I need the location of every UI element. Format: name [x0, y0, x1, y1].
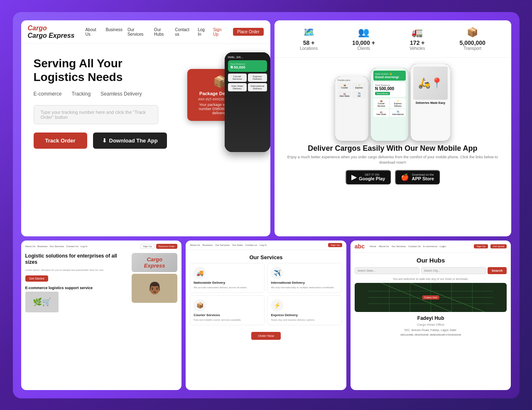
bm-signup-btn[interactable]: Sign Up [328, 243, 342, 247]
nav-about[interactable]: About Us [85, 27, 101, 37]
service-international: ✈️ International Delivery We ship intern… [267, 263, 342, 293]
hubs-search-btn[interactable]: Search [488, 267, 507, 274]
hub-address: 52C, Ikorodu Road, Fadeyi, Lagos State. [351, 328, 511, 333]
phone-main-balance: Total Balance N 500,000 Send Money [373, 82, 406, 97]
nav-hubs[interactable]: Our Hubs [154, 27, 170, 37]
hubs-city-select[interactable]: Select City... [421, 267, 486, 274]
ent-headline: Logistic solutions for enterprises of al… [25, 253, 128, 266]
tr-phone-mockups: Flexible plans 📦Courier ⚡Express 🚛Inter-… [275, 58, 511, 141]
phone-main-screen: Hello Esther 👋 Good morning! Total Balan… [371, 68, 408, 141]
bottom-right-panel: abc Home About Us Our Services Contact U… [351, 241, 511, 390]
bm-nav-contact[interactable]: Contact us [245, 244, 257, 246]
screens-grid: CargoCargo Express About Us Business Our… [21, 20, 511, 390]
stat-clients-label: Clients [352, 46, 375, 51]
phone-express[interactable]: Express Delivery [248, 74, 267, 82]
ent-image-right: CargoExpress 👨🏾 [132, 253, 177, 312]
main-express: ⚡Express Delivery [390, 98, 406, 108]
bm-nav-business[interactable]: Business [203, 244, 213, 246]
tl-hero: Serving All Your Logistics Needs E-comme… [21, 44, 270, 149]
international-icon: ✈️ [271, 267, 283, 279]
tl-search-input[interactable]: Type your tracking number here and click… [34, 105, 158, 124]
nav-business[interactable]: Business [105, 27, 123, 37]
tl-nav-links: About Us Business Our Services Our Hubs … [85, 27, 226, 37]
abc-nav-about[interactable]: About Us [379, 245, 389, 248]
abc-nav-links: Home About Us Our Services Contact Us E-… [370, 245, 446, 248]
enterprise-panel: About Us Business Our Services Contact U… [21, 241, 182, 316]
stat-transport-label: Transport [460, 46, 485, 51]
nav-login[interactable]: Log In [198, 27, 208, 37]
bm-nav-login[interactable]: Log In [260, 244, 267, 246]
abc-nav-home[interactable]: Home [370, 245, 376, 248]
main-courier: 📦Courier Services [373, 98, 389, 108]
stat-locations: 🗺️ 58 + Locations [300, 27, 318, 51]
ent-nav-login[interactable]: Log In [81, 245, 88, 248]
bm-nav-hubs[interactable]: Our Hubs [232, 244, 243, 246]
courier-desc: Fast and reliable courier services avail… [194, 318, 261, 322]
download-app-btn[interactable]: ⬇ Download The App [93, 133, 167, 149]
ent-desc: Lorem ipsum, discipitur for you to sampl… [25, 268, 128, 272]
delivery-label: Deliveries Made Easy [413, 101, 448, 104]
store-buttons: ▶ GET IT ON Google Play 🍎 Download on th… [275, 170, 511, 189]
express-icon: ⚡ [271, 299, 283, 312]
top-right-panel: 🗺️ 58 + Locations 👥 10,000 + Clients 🚛 1… [275, 20, 511, 236]
ent-reserve-btn[interactable]: Reserve Order [156, 244, 177, 249]
place-order-btn[interactable]: Place Order [233, 28, 263, 36]
bm-nav-about[interactable]: About Us [190, 244, 200, 246]
nationwide-desc: We provide nationwide delivery across al… [194, 286, 261, 289]
abc-nav-ecommerce[interactable]: E-commerce [423, 245, 437, 248]
phone-delivery-screen: 🛵📍 Deliveries Made Easy [411, 64, 450, 141]
bm-nav-services[interactable]: Our Services [215, 244, 230, 246]
tr-stats-bar: 🗺️ 58 + Locations 👥 10,000 + Clients 🚛 1… [275, 20, 511, 58]
abc-quote-btn[interactable]: Get Quote [490, 244, 507, 248]
tl-navbar: CargoCargo Express About Us Business Our… [21, 20, 270, 44]
outer-frame: CargoCargo Express About Us Business Our… [13, 12, 520, 398]
top-left-panel: CargoCargo Express About Us Business Our… [21, 20, 270, 236]
hubs-map-pin: Fadeyi Hub [422, 295, 439, 300]
courier-icon: 📦 [194, 299, 206, 312]
ent-body: Logistic solutions for enterprises of al… [25, 253, 178, 312]
map-icon: 🗺️ [300, 27, 318, 38]
phone-courier[interactable]: Courier Services [228, 74, 247, 82]
hub-type: Cargo Head Office [351, 323, 511, 327]
abc-nav-services[interactable]: Our Services [392, 245, 406, 248]
ent-nav-contact[interactable]: Contact Us [66, 245, 78, 248]
nav-services[interactable]: Our Services [127, 27, 149, 37]
app-store-btn[interactable]: 🍎 Download on the APP Store [395, 170, 440, 184]
order-now-btn[interactable]: Order Now [251, 332, 281, 340]
ent-nav-about[interactable]: About Us [25, 245, 36, 248]
ent-signup-btn[interactable]: Sign Up [140, 244, 154, 249]
abc-signup-btn[interactable]: Sign Up [474, 244, 488, 248]
nav-signup[interactable]: Sign Up [213, 27, 226, 37]
stat-transport-num: 5,000,000 [460, 39, 485, 46]
hub-phone: 08013246B, 0842552648, 08063269198 07034… [351, 333, 511, 337]
ent-get-started-btn[interactable]: Get Started [25, 275, 49, 282]
clients-icon: 👥 [352, 27, 375, 38]
nav-contact[interactable]: Contact us [175, 27, 193, 37]
abc-logo: abc [355, 243, 365, 250]
service-nationwide: 🚚 Nationwide Delivery We provide nationw… [190, 263, 265, 293]
bm-navbar: About Us Business Our Services Our Hubs … [186, 241, 346, 250]
phone-main: Hello Esther 👋 Good morning! Total Balan… [371, 68, 408, 141]
feature-delivery: Seamless Delivery [101, 91, 142, 97]
ent-nav-services[interactable]: Our Services [50, 245, 64, 248]
phone-greeting: Hello, Joh... [228, 56, 267, 59]
nationwide-icon: 🚚 [194, 267, 206, 279]
plan-international: ✈️Intl [352, 91, 366, 98]
google-play-btn[interactable]: ▶ GET IT ON Google Play [346, 170, 391, 184]
abc-nav-contact[interactable]: Contact Us [408, 245, 421, 248]
phone-intl[interactable]: International Delivery [248, 83, 267, 91]
stat-clients: 👥 10,000 + Clients [352, 27, 375, 51]
abc-nav-login[interactable]: Login [440, 245, 446, 248]
phone-main-services: 📦Courier Services ⚡Express Delivery 🚛Int… [373, 98, 406, 117]
app-desc: Enjoy a much better experience when you … [275, 155, 511, 166]
hub-name: Fadeyi Hub [351, 315, 511, 321]
track-order-btn[interactable]: Track Order [34, 133, 87, 149]
hubs-state-select[interactable]: Select State... [355, 267, 419, 274]
main-intl: ✈️International [390, 109, 406, 117]
phone-interstate[interactable]: Inter-State Delivery [228, 83, 247, 91]
ent-nav-business[interactable]: Business [37, 245, 47, 248]
phone-main-header: Hello Esther 👋 Good morning! [373, 71, 406, 81]
phone-delivery: 🛵📍 Deliveries Made Easy [411, 64, 450, 141]
plan-courier: 📦Courier [338, 83, 351, 90]
bottom-row: About Us Business Our Services Contact U… [21, 241, 511, 390]
